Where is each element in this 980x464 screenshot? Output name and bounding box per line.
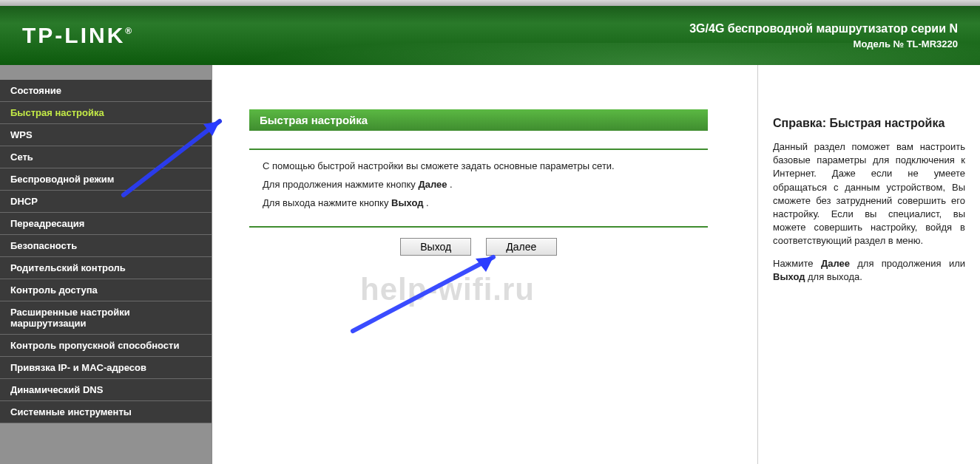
panel-title: Быстрая настройка bbox=[249, 109, 708, 131]
sidebar-item-parental[interactable]: Родительский контроль bbox=[0, 257, 212, 279]
sidebar-item-ip-mac-binding[interactable]: Привязка IP- и MAC-адресов bbox=[0, 357, 212, 379]
sidebar-item-access-control[interactable]: Контроль доступа bbox=[0, 279, 212, 301]
sidebar-item-forwarding[interactable]: Переадресация bbox=[0, 213, 212, 235]
sidebar-item-wireless[interactable]: Беспроводной режим bbox=[0, 168, 212, 191]
sidebar-item-wps[interactable]: WPS bbox=[0, 124, 212, 146]
header-right: 3G/4G беспроводной маршрутизатор серии N… bbox=[689, 22, 958, 50]
help-panel: Справка: Быстрая настройка Данный раздел… bbox=[758, 65, 980, 464]
svg-line-2 bbox=[353, 257, 493, 331]
watermark: help-wifi.ru bbox=[360, 272, 535, 307]
header: TP-LINK® 3G/4G беспроводной маршрутизато… bbox=[0, 0, 980, 65]
intro-line-3: Для выхода нажмите кнопку Выход . bbox=[263, 197, 735, 208]
divider bbox=[249, 149, 708, 150]
intro-line-1: С помощью быстрой настройки вы сможете з… bbox=[263, 160, 735, 171]
help-title: Справка: Быстрая настройка bbox=[773, 117, 965, 130]
logo: TP-LINK® bbox=[22, 23, 134, 48]
sidebar-item-ddns[interactable]: Динамический DNS bbox=[0, 379, 212, 401]
sidebar-item-network[interactable]: Сеть bbox=[0, 146, 212, 168]
help-paragraph-2: Нажмите Далее для продолжения или Выход … bbox=[773, 257, 965, 284]
header-model: Модель № TL-MR3220 bbox=[689, 38, 958, 50]
sidebar-item-advanced-routing[interactable]: Расширенные настройки маршрутизации bbox=[0, 301, 212, 335]
annotation-arrow-icon bbox=[338, 250, 508, 338]
sidebar-item-status[interactable]: Состояние bbox=[0, 80, 212, 102]
main-panel: Быстрая настройка С помощью быстрой наст… bbox=[212, 65, 758, 464]
next-button[interactable]: Далее bbox=[486, 238, 557, 256]
help-paragraph-1: Данный раздел поможет вам настроить базо… bbox=[773, 140, 965, 248]
sidebar-item-security[interactable]: Безопасность bbox=[0, 235, 212, 257]
sidebar-item-bandwidth[interactable]: Контроль пропускной способности bbox=[0, 335, 212, 357]
button-row: Выход Далее bbox=[249, 238, 708, 256]
sidebar: Состояние Быстрая настройка WPS Сеть Бес… bbox=[0, 65, 212, 464]
intro-line-2: Для продолжения нажмите кнопку Далее . bbox=[263, 179, 735, 190]
svg-marker-3 bbox=[476, 257, 493, 272]
sidebar-item-quick-setup[interactable]: Быстрая настройка bbox=[0, 102, 212, 124]
header-title: 3G/4G беспроводной маршрутизатор серии N bbox=[689, 22, 958, 35]
exit-button[interactable]: Выход bbox=[400, 238, 471, 256]
sidebar-item-system-tools[interactable]: Системные инструменты bbox=[0, 401, 212, 423]
sidebar-item-dhcp[interactable]: DHCP bbox=[0, 191, 212, 213]
divider bbox=[249, 226, 708, 228]
